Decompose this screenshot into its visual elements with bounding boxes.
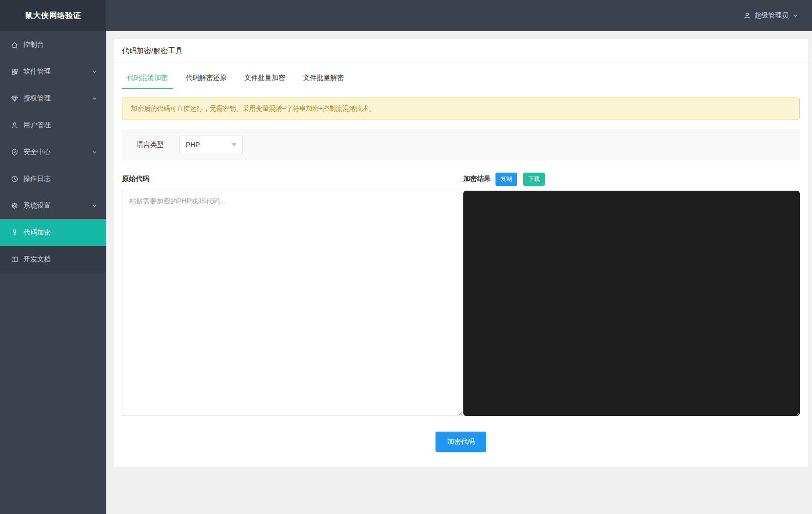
shield-icon [11, 148, 19, 156]
sidebar-item-software[interactable]: 软件管理 [0, 58, 106, 85]
book-icon [11, 256, 19, 263]
language-selected-value: PHP [186, 141, 232, 149]
chevron-down-icon [92, 203, 98, 209]
sidebar-item-license[interactable]: 授权管理 [0, 85, 106, 112]
sidebar-item-code-encrypt[interactable]: 代码加密 [0, 219, 106, 246]
user-icon [743, 12, 751, 20]
user-menu[interactable]: 超级管理员 [743, 11, 798, 20]
sidebar-item-label: 操作日志 [23, 175, 98, 183]
sidebar-item-label: 用户管理 [23, 121, 98, 130]
result-label: 加密结果 [463, 175, 491, 183]
info-alert: 加密后的代码可直接运行，无需密钥。采用变量混淆+字符串加密+控制流混淆技术。 [122, 98, 800, 119]
tool-card: 代码加密/解密工具 代码混淆加密 代码解密还原 文件批量加密 文件批量解密 加密… [114, 39, 808, 467]
tab-batch-encrypt[interactable]: 文件批量加密 [239, 69, 290, 89]
user-icon [11, 121, 19, 129]
sidebar-item-users[interactable]: 用户管理 [0, 112, 106, 138]
sidebar-item-label: 控制台 [23, 40, 98, 49]
sidebar: 鼠大侠网络验证 控制台 软件管理 授权管理 用户管理 安全 [0, 0, 106, 514]
source-code-input[interactable] [122, 191, 463, 416]
editor-panels [122, 191, 800, 416]
topbar: 超级管理员 [106, 0, 812, 31]
sidebar-item-docs[interactable]: 开发文档 [0, 246, 106, 273]
chevron-down-icon [92, 149, 98, 155]
download-button[interactable]: 下载 [523, 173, 545, 186]
tab-batch-decrypt[interactable]: 文件批量解密 [298, 69, 349, 89]
page-title: 代码加密/解密工具 [114, 39, 808, 62]
tab-decrypt-restore[interactable]: 代码解密还原 [180, 69, 231, 89]
caret-down-icon [232, 143, 237, 146]
footer-actions: 加密代码 [114, 432, 808, 452]
chevron-down-icon [92, 96, 98, 101]
language-label: 语言类型 [137, 140, 171, 149]
grid-icon [11, 68, 19, 76]
sidebar-item-console[interactable]: 控制台 [0, 31, 106, 58]
clock-icon [11, 175, 19, 183]
source-code-label: 原始代码 [122, 175, 463, 183]
app-logo: 鼠大侠网络验证 [0, 0, 106, 31]
encrypted-result-area[interactable] [463, 191, 800, 416]
gear-icon [11, 202, 19, 210]
copy-button[interactable]: 复制 [495, 173, 517, 186]
sidebar-item-settings[interactable]: 系统设置 [0, 192, 106, 219]
chevron-down-icon [92, 69, 98, 75]
main-content: 代码加密/解密工具 代码混淆加密 代码解密还原 文件批量加密 文件批量解密 加密… [106, 31, 812, 514]
sidebar-item-label: 安全中心 [23, 148, 92, 157]
diamond-icon [11, 95, 19, 102]
tab-bar: 代码混淆加密 代码解密还原 文件批量加密 文件批量解密 [114, 62, 808, 90]
sidebar-item-logs[interactable]: 操作日志 [0, 165, 106, 192]
tab-obfuscate-encrypt[interactable]: 代码混淆加密 [122, 69, 173, 89]
key-icon [11, 229, 19, 237]
sidebar-item-label: 授权管理 [23, 94, 92, 103]
sidebar-item-label: 软件管理 [23, 67, 92, 76]
sidebar-item-label: 系统设置 [23, 201, 92, 210]
sidebar-item-label: 开发文档 [23, 255, 98, 264]
sidebar-item-security[interactable]: 安全中心 [0, 138, 106, 165]
encrypt-button[interactable]: 加密代码 [436, 432, 486, 452]
home-icon [11, 41, 19, 49]
username: 超级管理员 [754, 11, 789, 20]
language-form: 语言类型 PHP [122, 129, 800, 160]
sidebar-item-label: 代码加密 [23, 228, 98, 237]
editor-labels-row: 原始代码 加密结果 复制 下载 [122, 173, 800, 185]
language-select[interactable]: PHP [179, 136, 243, 154]
chevron-down-icon [792, 13, 798, 19]
